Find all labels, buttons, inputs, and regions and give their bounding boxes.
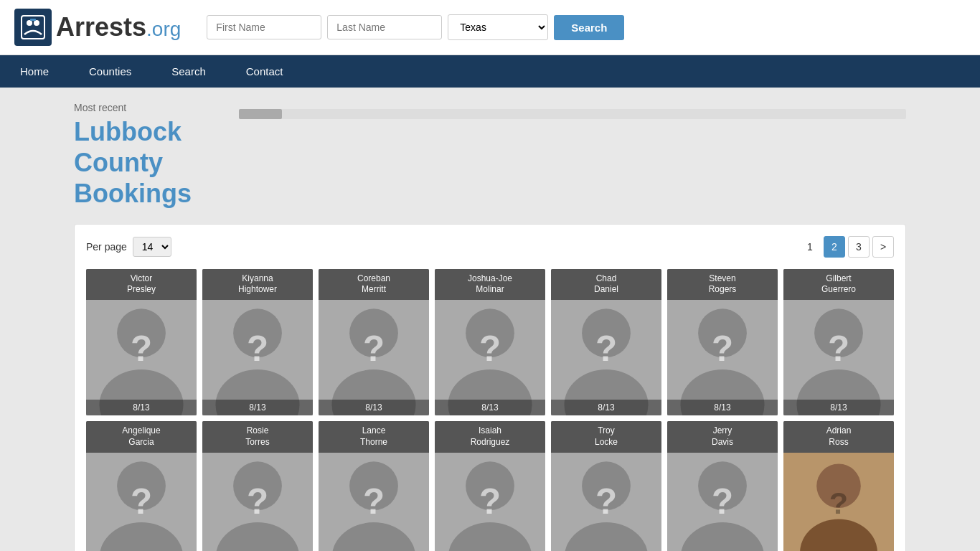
- per-page-control: Per page 14 7 21 28: [86, 237, 171, 257]
- first-name-input[interactable]: [207, 15, 321, 39]
- scroll-thumb[interactable]: [239, 109, 282, 119]
- person-card[interactable]: KiyannaHightower ? 8/13: [202, 269, 313, 416]
- svg-text:?: ?: [595, 328, 617, 367]
- person-card[interactable]: JerryDavis ? 8/13: [667, 421, 778, 551]
- card-name: AngeliqueGarcia: [86, 421, 197, 452]
- card-name: ChadDaniel: [551, 269, 661, 300]
- svg-text:?: ?: [131, 328, 152, 367]
- logo-icon: [14, 9, 52, 46]
- card-photo: ? 8/13: [202, 453, 313, 551]
- county-title-line1: Lubbock: [74, 117, 182, 146]
- next-page-btn[interactable]: >: [872, 236, 894, 258]
- svg-text:?: ?: [479, 481, 501, 520]
- controls-row: Per page 14 7 21 28 1 2 3 >: [86, 236, 894, 258]
- scroll-placeholder: [239, 109, 906, 119]
- svg-text:?: ?: [363, 481, 385, 520]
- svg-point-2: [34, 20, 39, 26]
- card-photo: ? 8/13: [319, 453, 429, 551]
- card-name: CorebanMerritt: [319, 269, 429, 300]
- card-name: RosieTorres: [202, 421, 313, 452]
- person-card[interactable]: CorebanMerritt ? 8/13: [319, 269, 429, 416]
- card-photo: ? 8/13: [86, 300, 197, 416]
- card-date: 8/13: [319, 400, 429, 415]
- person-card[interactable]: AdrianRoss ? 8/13: [783, 421, 894, 551]
- card-photo: ? 8/13: [551, 300, 661, 416]
- site-header: Arrests.org Texas Search: [0, 0, 980, 55]
- card-name: JerryDavis: [667, 421, 778, 452]
- nav-home[interactable]: Home: [0, 55, 69, 88]
- per-page-label: Per page: [86, 241, 127, 253]
- svg-text:?: ?: [363, 328, 385, 367]
- card-photo: ? 8/13: [667, 300, 778, 416]
- title-block: Most recent Lubbock County Bookings: [74, 102, 217, 209]
- person-card[interactable]: VictorPresley ? 8/13: [86, 269, 197, 416]
- svg-point-1: [27, 20, 32, 26]
- person-card[interactable]: RosieTorres ? 8/13: [202, 421, 313, 551]
- card-name: GilbertGuerrero: [783, 269, 894, 300]
- card-name: Joshua-JoeMolinar: [435, 269, 545, 300]
- person-card[interactable]: Joshua-JoeMolinar ? 8/13: [435, 269, 545, 416]
- card-name: LanceThorne: [319, 421, 429, 452]
- card-name: TroyLocke: [551, 421, 661, 452]
- svg-text:?: ?: [828, 328, 849, 367]
- card-name: IsaiahRodriguez: [435, 421, 545, 452]
- nav-search[interactable]: Search: [151, 55, 226, 88]
- card-date: 8/13: [783, 400, 894, 415]
- header-search-button[interactable]: Search: [554, 15, 624, 40]
- state-select[interactable]: Texas: [448, 14, 548, 40]
- svg-rect-3: [30, 19, 36, 21]
- card-photo: ? 8/13: [86, 453, 197, 551]
- card-date: 8/13: [202, 400, 313, 415]
- card-photo: ? 8/13: [435, 300, 545, 416]
- card-date: 8/13: [435, 400, 545, 415]
- cards-row-1: VictorPresley ? 8/13 KiyannaHightower ? …: [86, 269, 894, 416]
- svg-text:?: ?: [595, 481, 617, 520]
- card-date: 8/13: [667, 400, 778, 415]
- most-recent-label: Most recent: [74, 102, 217, 113]
- scroll-track: [239, 109, 906, 119]
- last-name-input[interactable]: [327, 15, 442, 39]
- county-title: Lubbock County Bookings: [74, 116, 217, 209]
- person-card[interactable]: GilbertGuerrero ? 8/13: [783, 269, 894, 416]
- page-1: 1: [799, 236, 821, 258]
- card-photo: ? 8/13: [783, 453, 894, 551]
- svg-text:?: ?: [712, 481, 733, 520]
- card-name: AdrianRoss: [783, 421, 894, 452]
- nav-counties[interactable]: Counties: [69, 55, 151, 88]
- card-name: KiyannaHightower: [202, 269, 313, 300]
- county-title-line3: Bookings: [74, 179, 192, 208]
- person-card[interactable]: LanceThorne ? 8/13: [319, 421, 429, 551]
- per-page-select[interactable]: 14 7 21 28: [133, 237, 171, 257]
- page-2-btn[interactable]: 2: [824, 236, 845, 258]
- person-card[interactable]: StevenRogers ? 8/13: [667, 269, 778, 416]
- nav-bar: Home Counties Search Contact: [0, 55, 980, 88]
- person-card[interactable]: TroyLocke ? 8/13: [551, 421, 661, 551]
- card-photo: ? 8/13: [319, 300, 429, 416]
- svg-text:?: ?: [247, 328, 268, 367]
- nav-contact[interactable]: Contact: [226, 55, 303, 88]
- logo-link[interactable]: Arrests.org: [14, 9, 181, 46]
- card-photo: ? 8/13: [435, 453, 545, 551]
- logo-text: Arrests.org: [56, 12, 181, 42]
- card-name: StevenRogers: [667, 269, 778, 300]
- pagination: 1 2 3 >: [799, 236, 894, 258]
- header-search-form: Texas Search: [207, 14, 966, 40]
- page-3-btn[interactable]: 3: [848, 236, 870, 258]
- card-photo: ? 8/13: [783, 300, 894, 416]
- title-section: Most recent Lubbock County Bookings: [74, 102, 906, 209]
- card-date: 8/13: [551, 400, 661, 415]
- card-name: VictorPresley: [86, 269, 197, 300]
- svg-text:?: ?: [829, 485, 848, 519]
- svg-text:?: ?: [131, 481, 152, 520]
- card-photo: ? 8/13: [667, 453, 778, 551]
- person-card[interactable]: IsaiahRodriguez ? 8/13: [435, 421, 545, 551]
- main-content: Most recent Lubbock County Bookings Per …: [60, 88, 920, 551]
- county-title-line2: County: [74, 148, 163, 177]
- svg-text:?: ?: [712, 328, 733, 367]
- svg-text:?: ?: [247, 481, 268, 520]
- svg-text:?: ?: [479, 328, 501, 367]
- person-card[interactable]: AngeliqueGarcia ? 8/13: [86, 421, 197, 551]
- card-date: 8/13: [86, 400, 197, 415]
- card-photo: ? 8/13: [202, 300, 313, 416]
- person-card[interactable]: ChadDaniel ? 8/13: [551, 269, 661, 416]
